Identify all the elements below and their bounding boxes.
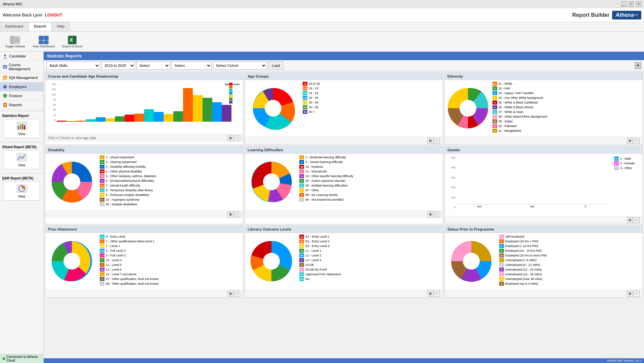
- prior-attainment-legend: 85 9 - Entry Level 0 7 - Other qualifica…: [100, 234, 242, 286]
- legend-color-40: 7: [492, 124, 497, 128]
- bar-8[interactable]: [134, 114, 144, 122]
- ethnicity-minus-button[interactable]: −: [634, 138, 640, 144]
- legend-item-mental: 29 7 - Mental health difficulty: [100, 183, 242, 188]
- program-select[interactable]: Adult Skills: [46, 62, 100, 70]
- bar-10[interactable]: [154, 112, 164, 122]
- year-select[interactable]: 2019 to 2020: [101, 62, 135, 70]
- ethnicity-expand-button[interactable]: ⊞: [627, 138, 633, 144]
- collapse-button[interactable]: ▼: [635, 62, 641, 69]
- legend-color-self-employed: 0: [499, 235, 504, 239]
- bar-9[interactable]: [144, 109, 154, 122]
- svg-point-36: [460, 100, 476, 117]
- disability-pie[interactable]: [47, 155, 97, 209]
- bar-15[interactable]: [203, 98, 212, 122]
- sidebar-item-iqa-management[interactable]: IQ IQA Management: [0, 73, 43, 82]
- bar-7[interactable]: [125, 115, 134, 122]
- literacy-outcome-minus-button[interactable]: −: [434, 291, 440, 297]
- bar-11[interactable]: [164, 114, 173, 122]
- age-relationship-title: Course and Candidate Age Relationship: [45, 73, 243, 80]
- legend-color-31: 801: [492, 82, 497, 86]
- bar-0[interactable]: [57, 121, 67, 122]
- learning-difficulties-panel: Learning Difficulties: [245, 146, 443, 224]
- learning-difficulties-pie[interactable]: [246, 155, 297, 209]
- ethnicity-legend: 801 31 - White 0 32 - Irish 0 33 - Gypsy…: [492, 81, 641, 133]
- literacy-outcome-expand-button[interactable]: ⊞: [427, 291, 433, 297]
- bar-3[interactable]: [86, 119, 96, 122]
- legend-item-physical: 16 4 - Other physical disability: [100, 169, 242, 174]
- prior-attainment-expand-button[interactable]: ⊞: [227, 291, 233, 297]
- legend-color-approved: 0: [299, 272, 304, 276]
- legend-item-40-49: 179 40 - 49: [303, 100, 441, 105]
- maximize-button[interactable]: □: [629, 1, 634, 7]
- disability-content: 0 1 - Visual impairment 5 2 - Hearing im…: [45, 154, 243, 210]
- load-button[interactable]: Load: [268, 62, 284, 70]
- bar-16[interactable]: [212, 102, 222, 122]
- age-groups-pie[interactable]: [246, 81, 300, 135]
- gender-minus-button[interactable]: −: [634, 217, 640, 223]
- prior-attainment-pie[interactable]: [47, 234, 97, 288]
- disability-minus-button[interactable]: −: [234, 211, 240, 217]
- legend-color-multiple-dis: 0: [100, 202, 104, 206]
- legend-item-e1: 12 E1 - Entry Level 1: [299, 234, 441, 239]
- learning-difficulties-expand-button[interactable]: ⊞: [427, 211, 433, 217]
- tab-dashboard[interactable]: Dashboard: [0, 22, 28, 31]
- bar-2[interactable]: [76, 121, 86, 122]
- bar-17[interactable]: [222, 105, 231, 122]
- sidebar-icon: [10, 35, 20, 45]
- ofsted-report-view-label: View: [18, 163, 26, 167]
- literacy-outcome-pie[interactable]: [246, 234, 297, 288]
- bar-12[interactable]: [173, 111, 183, 122]
- status-prior-minus-button[interactable]: −: [634, 291, 640, 297]
- toggle-sidebar-button[interactable]: Toggle Sidebar: [3, 34, 28, 49]
- select2[interactable]: Select: [171, 62, 212, 70]
- status-prior-expand-button[interactable]: ⊞: [627, 291, 633, 297]
- bar-1[interactable]: [67, 121, 76, 122]
- svg-rect-7: [39, 41, 43, 44]
- cohort-select[interactable]: Select Cohort: [213, 62, 267, 70]
- close-button[interactable]: ×: [636, 1, 641, 7]
- sidebar-item-employers[interactable]: Employers: [0, 82, 43, 91]
- legend-color-unemployed-6-11: 0: [499, 263, 504, 267]
- literacy-outcome-pie-container: 12 E1 - Entry Level 1 42 E2 - Entry Leve…: [246, 234, 441, 288]
- gender-expand-button[interactable]: ⊞: [627, 217, 633, 223]
- ofsted-report-view-button[interactable]: View: [3, 150, 40, 169]
- status-prior-pie[interactable]: [446, 234, 497, 288]
- bar-5[interactable]: [105, 118, 115, 122]
- age-relationship-minus-button[interactable]: −: [234, 135, 240, 141]
- legend-color-60plus: 59: [303, 110, 307, 114]
- sidebar-item-reports[interactable]: Reports: [0, 100, 43, 110]
- statistics-report-view-button[interactable]: View: [3, 119, 40, 138]
- learning-difficulties-minus-button[interactable]: −: [434, 211, 440, 217]
- bar-14[interactable]: [193, 95, 203, 122]
- view-dashboard-button[interactable]: View Dashboard: [30, 34, 57, 49]
- minimize-button[interactable]: _: [621, 1, 627, 7]
- sidebar-item-candidate[interactable]: Candidate: [0, 52, 43, 61]
- export-excel-button[interactable]: X Export to Excel: [60, 34, 85, 49]
- sidebar-item-finance[interactable]: £ Finance: [0, 91, 43, 100]
- bar-4[interactable]: [96, 117, 105, 122]
- sidebar-item-course-management[interactable]: Course Management: [0, 61, 43, 73]
- legend-color-38: 0: [492, 115, 497, 119]
- window-controls[interactable]: _ □ ×: [621, 1, 641, 7]
- tab-search[interactable]: Search: [29, 22, 51, 31]
- age-relationship-expand-button[interactable]: ⊞: [227, 135, 233, 141]
- dashboard-icon: [38, 35, 49, 45]
- select1[interactable]: Select: [136, 62, 170, 70]
- bar-13[interactable]: [183, 88, 193, 122]
- age-groups-expand-button[interactable]: ⊞: [427, 138, 433, 144]
- learning-difficulties-legend: 0 1 - Moderate learning difficulty 0 2 -…: [299, 155, 441, 202]
- disability-expand-button[interactable]: ⊞: [227, 211, 233, 217]
- welcome-text: Welcome Back Lynn: [3, 12, 42, 17]
- literacy-outcome-title: Literacy Outcome Levels: [245, 226, 442, 233]
- logout-button[interactable]: LOGOUT: [45, 13, 62, 17]
- tab-help[interactable]: Help: [52, 22, 70, 31]
- age-groups-minus-button[interactable]: −: [434, 138, 440, 144]
- bar-6[interactable]: [115, 116, 125, 122]
- ethnicity-pie[interactable]: [446, 81, 490, 135]
- prior-attainment-minus-button[interactable]: −: [234, 291, 240, 297]
- age-relationship-content: 140120100806040200 Age Groups: [45, 80, 243, 134]
- legend-item-entry: 85 9 - Entry Level: [100, 234, 242, 239]
- svg-point-34: [265, 100, 282, 117]
- disability-title: Disability: [45, 147, 243, 154]
- qar-report-view-button[interactable]: View: [3, 182, 40, 201]
